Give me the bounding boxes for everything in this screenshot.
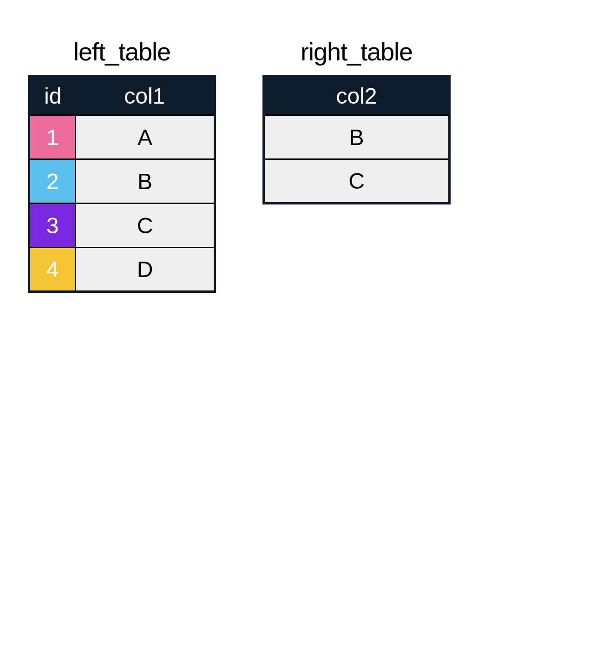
right-table: col2 B C: [262, 75, 451, 204]
right-table-header-col2: col2: [264, 77, 450, 115]
left-table-block: left_table id col1 1 A 2 B 3 C: [28, 37, 216, 293]
tables-container: left_table id col1 1 A 2 B 3 C: [28, 37, 588, 293]
left-table-header-id: id: [29, 77, 76, 115]
right-table-header-row: col2: [264, 77, 450, 115]
table-row: C: [264, 159, 450, 204]
table-row: 3 C: [29, 204, 215, 248]
value-cell: B: [264, 115, 450, 159]
value-cell: C: [264, 159, 450, 204]
value-cell: D: [76, 248, 215, 292]
table-row: 2 B: [29, 159, 215, 204]
id-cell: 1: [29, 115, 76, 159]
table-row: B: [264, 115, 450, 159]
id-cell: 3: [29, 204, 76, 248]
value-cell: B: [76, 159, 215, 204]
left-table-header-col1: col1: [76, 77, 215, 115]
left-table-header-row: id col1: [29, 77, 215, 115]
table-row: 4 D: [29, 248, 215, 292]
right-table-block: right_table col2 B C: [262, 37, 451, 204]
left-table-title: left_table: [73, 37, 170, 66]
id-cell: 4: [29, 248, 76, 292]
value-cell: A: [76, 115, 215, 159]
value-cell: C: [76, 204, 215, 248]
id-cell: 2: [29, 159, 76, 204]
left-table: id col1 1 A 2 B 3 C 4 D: [28, 75, 216, 293]
table-row: 1 A: [29, 115, 215, 159]
right-table-title: right_table: [301, 37, 413, 66]
